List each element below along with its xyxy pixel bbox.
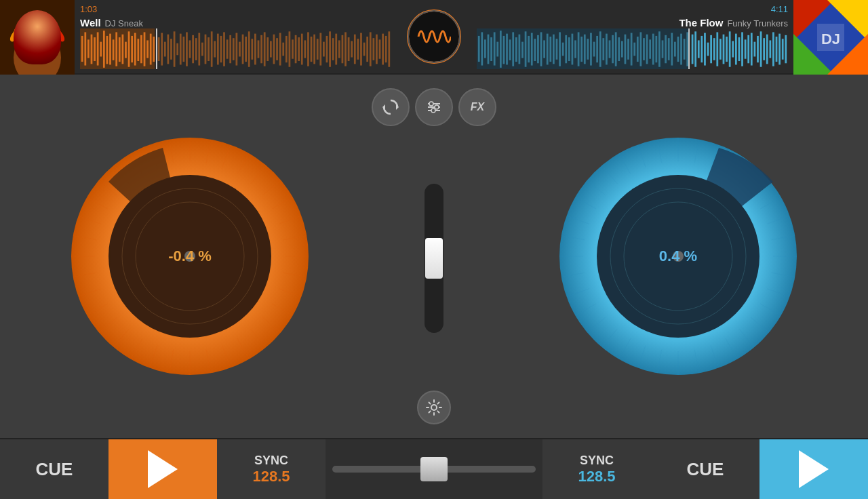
svg-rect-22 bbox=[103, 31, 105, 68]
svg-rect-106 bbox=[366, 37, 368, 62]
svg-rect-145 bbox=[565, 35, 567, 63]
svg-rect-69 bbox=[251, 39, 253, 60]
svg-rect-140 bbox=[549, 37, 551, 62]
svg-rect-36 bbox=[146, 40, 149, 58]
svg-rect-83 bbox=[295, 35, 297, 63]
svg-point-12 bbox=[36, 45, 39, 49]
svg-rect-56 bbox=[211, 31, 213, 66]
svg-rect-29 bbox=[125, 42, 127, 58]
left-platter[interactable]: -0.4 % bbox=[68, 134, 312, 378]
svg-rect-17 bbox=[87, 39, 90, 58]
svg-rect-96 bbox=[335, 34, 337, 65]
svg-point-3 bbox=[24, 27, 51, 57]
svg-rect-167 bbox=[633, 43, 635, 56]
svg-rect-191 bbox=[710, 35, 712, 63]
svg-rect-150 bbox=[580, 37, 583, 62]
svg-rect-119 bbox=[484, 39, 486, 58]
left-bpm-display: 128.5 bbox=[252, 468, 290, 485]
svg-rect-154 bbox=[593, 42, 595, 57]
svg-point-275 bbox=[431, 405, 437, 410]
svg-rect-102 bbox=[354, 35, 356, 64]
svg-rect-203 bbox=[747, 35, 749, 63]
svg-rect-21 bbox=[100, 42, 102, 57]
svg-rect-126 bbox=[506, 34, 508, 65]
eq-button[interactable] bbox=[415, 88, 453, 126]
left-sync-area[interactable]: SYNC 128.5 bbox=[217, 439, 326, 499]
svg-rect-58 bbox=[217, 34, 219, 65]
svg-rect-149 bbox=[578, 32, 580, 66]
svg-rect-33 bbox=[137, 39, 139, 61]
svg-rect-128 bbox=[512, 32, 514, 66]
svg-rect-85 bbox=[301, 34, 303, 65]
svg-rect-202 bbox=[745, 39, 747, 58]
svg-rect-27 bbox=[119, 37, 121, 62]
svg-rect-55 bbox=[208, 37, 210, 61]
svg-rect-155 bbox=[596, 36, 598, 62]
right-platter[interactable]: 0.4 % bbox=[556, 134, 800, 378]
right-cue-button[interactable]: CUE bbox=[651, 439, 760, 499]
svg-rect-129 bbox=[515, 37, 517, 62]
svg-rect-151 bbox=[584, 35, 586, 64]
svg-point-1 bbox=[14, 31, 61, 75]
svg-rect-84 bbox=[298, 37, 300, 61]
svg-rect-185 bbox=[692, 35, 694, 64]
left-track-time: 1:03 bbox=[80, 4, 391, 14]
right-track-time: 4:11 bbox=[771, 4, 788, 14]
svg-rect-54 bbox=[205, 35, 207, 64]
svg-rect-164 bbox=[625, 35, 627, 64]
settings-button[interactable] bbox=[417, 391, 451, 424]
svg-rect-181 bbox=[677, 37, 679, 62]
svg-rect-78 bbox=[279, 33, 281, 66]
horizontal-crossfader-track[interactable] bbox=[332, 466, 536, 473]
svg-point-273 bbox=[435, 105, 439, 109]
left-platter-area: -0.4 % bbox=[0, 75, 380, 438]
svg-rect-61 bbox=[226, 39, 229, 58]
vertical-crossfader-track[interactable] bbox=[425, 184, 443, 333]
svg-rect-112 bbox=[385, 36, 387, 62]
right-play-icon bbox=[799, 450, 829, 488]
left-track-artist: DJ Sneak bbox=[105, 18, 143, 28]
svg-rect-160 bbox=[612, 35, 614, 63]
left-cue-button[interactable]: CUE bbox=[0, 439, 108, 499]
svg-rect-68 bbox=[248, 31, 250, 66]
horizontal-crossfader-handle[interactable] bbox=[420, 457, 448, 481]
svg-rect-35 bbox=[144, 32, 146, 66]
svg-point-274 bbox=[431, 108, 435, 113]
svg-point-10 bbox=[28, 39, 34, 45]
svg-rect-39 bbox=[158, 37, 160, 61]
svg-rect-25 bbox=[113, 39, 115, 60]
sync-loop-button[interactable] bbox=[372, 88, 410, 126]
svg-rect-91 bbox=[319, 33, 321, 66]
vertical-crossfader-handle[interactable] bbox=[425, 238, 443, 279]
svg-rect-60 bbox=[223, 32, 225, 66]
svg-rect-67 bbox=[245, 37, 247, 62]
svg-rect-156 bbox=[599, 31, 601, 66]
svg-rect-86 bbox=[304, 40, 306, 58]
svg-rect-212 bbox=[776, 37, 778, 62]
right-platter-area: 0.4 % bbox=[488, 75, 868, 438]
svg-rect-80 bbox=[285, 36, 288, 62]
svg-rect-92 bbox=[323, 42, 325, 57]
svg-rect-76 bbox=[273, 35, 275, 64]
left-track-info: 1:03 Well DJ Sneak bbox=[75, 0, 397, 73]
svg-rect-209 bbox=[766, 35, 768, 64]
svg-rect-141 bbox=[553, 35, 555, 64]
left-play-button[interactable] bbox=[108, 439, 217, 499]
svg-rect-18 bbox=[91, 35, 93, 64]
right-sync-area[interactable]: SYNC 128.5 bbox=[542, 439, 651, 499]
svg-rect-98 bbox=[342, 35, 344, 63]
svg-rect-37 bbox=[150, 34, 152, 65]
svg-rect-143 bbox=[559, 32, 561, 66]
svg-rect-117 bbox=[478, 36, 480, 62]
svg-rect-48 bbox=[186, 32, 188, 66]
right-sync-label: SYNC bbox=[580, 454, 614, 468]
svg-rect-137 bbox=[540, 32, 542, 66]
svg-rect-166 bbox=[631, 33, 633, 66]
svg-text:DJ: DJ bbox=[821, 31, 840, 47]
left-waveform bbox=[80, 28, 391, 69]
svg-rect-101 bbox=[351, 41, 353, 58]
svg-rect-139 bbox=[547, 34, 549, 65]
svg-rect-200 bbox=[738, 37, 741, 61]
right-play-button[interactable] bbox=[760, 439, 868, 499]
svg-rect-73 bbox=[264, 32, 266, 66]
